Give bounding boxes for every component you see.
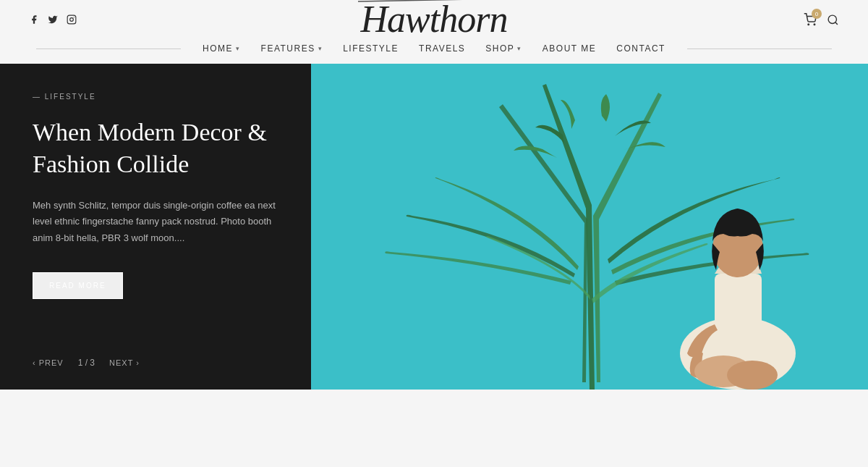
chevron-down-icon: ▾ (517, 45, 522, 52)
svg-point-5 (808, 24, 809, 25)
hero-title: When Modern Decor &Fashion Collide (33, 117, 278, 180)
nav-item-home[interactable]: HOME ▾ (203, 43, 241, 54)
search-icon[interactable] (827, 14, 839, 29)
chevron-down-icon: ▾ (318, 45, 323, 52)
hero-image-panel (311, 64, 868, 390)
hero-category: LIFESTYLE (33, 93, 278, 101)
svg-point-7 (828, 15, 836, 23)
hero-left-panel: LIFESTYLE When Modern Decor &Fashion Col… (0, 64, 311, 390)
svg-point-14 (727, 361, 778, 390)
cart-badge: 0 (812, 9, 822, 19)
svg-text:Hawthorn: Hawthorn (360, 0, 508, 40)
hero-content: LIFESTYLE When Modern Decor &Fashion Col… (33, 93, 278, 299)
nav-item-contact[interactable]: CONTACT (616, 43, 665, 54)
nav-links: HOME ▾ FEATURES ▾ LIFESTYLE TRAVELS SHOP… (181, 43, 687, 54)
nav-item-shop[interactable]: SHOP ▾ (485, 43, 522, 54)
nav-line-left (36, 49, 181, 49)
header-actions: 0 (804, 13, 839, 29)
facebook-icon[interactable] (29, 14, 39, 28)
nav-item-features[interactable]: FEATURES ▾ (261, 43, 323, 54)
hero-section: LIFESTYLE When Modern Decor &Fashion Col… (0, 64, 868, 390)
instagram-icon[interactable] (67, 14, 77, 28)
nav-line-right (687, 49, 832, 49)
social-links (29, 14, 77, 28)
nav-item-lifestyle[interactable]: LIFESTYLE (343, 43, 399, 54)
hero-next-button[interactable]: NEXT › (109, 358, 140, 367)
svg-rect-0 (67, 15, 76, 24)
chevron-down-icon: ▾ (236, 45, 241, 52)
hero-navigation: ‹ PREV 1 / 3 NEXT › (33, 358, 278, 368)
svg-point-1 (70, 18, 74, 22)
svg-line-8 (835, 22, 838, 24)
hero-prev-button[interactable]: ‹ PREV (33, 358, 64, 367)
nav-item-travels[interactable]: TRAVELS (419, 43, 465, 54)
hero-illustration (311, 64, 868, 390)
main-nav: HOME ▾ FEATURES ▾ LIFESTYLE TRAVELS SHOP… (0, 38, 868, 64)
hero-slide-count: 1 / 3 (78, 358, 95, 368)
nav-item-about[interactable]: ABOUT ME (542, 43, 596, 54)
cart-button[interactable]: 0 (804, 13, 817, 29)
twitter-icon[interactable] (48, 14, 58, 28)
svg-point-2 (74, 17, 75, 17)
read-more-button[interactable]: READ MORE (33, 272, 123, 299)
hero-excerpt: Meh synth Schlitz, tempor duis single-or… (33, 198, 278, 245)
svg-point-6 (814, 24, 815, 25)
svg-rect-11 (715, 274, 762, 368)
site-header: Hawthorn A WORDPRESS THEME for BLOGGERS … (0, 0, 868, 38)
